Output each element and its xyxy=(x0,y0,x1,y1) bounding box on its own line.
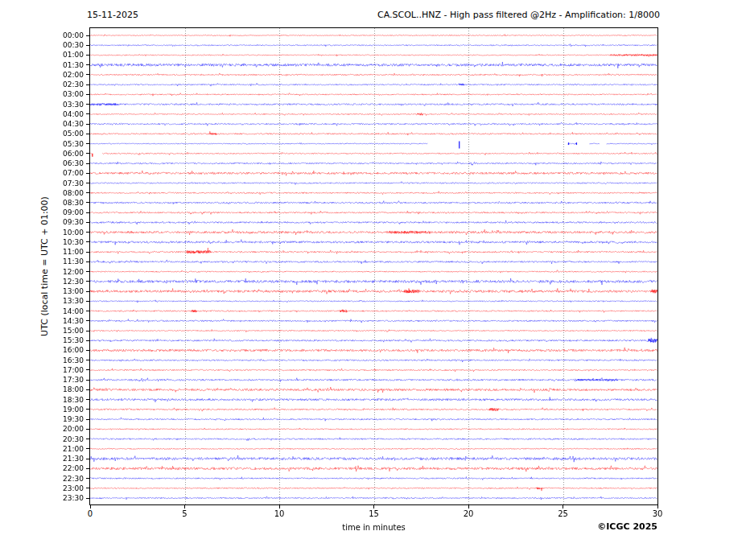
y-tick-label: 09:00 xyxy=(47,208,84,216)
y-tick-label: 17:00 xyxy=(47,366,84,374)
y-tick-label: 16:00 xyxy=(47,346,84,354)
y-tick-label: 16:30 xyxy=(47,356,84,364)
y-tick-mark xyxy=(86,459,89,459)
y-tick-label: 20:30 xyxy=(47,435,84,443)
y-tick-mark xyxy=(86,222,89,223)
y-tick-mark xyxy=(86,261,89,262)
y-tick-mark xyxy=(86,252,89,253)
x-tick-label: 0 xyxy=(74,509,106,519)
y-tick-mark xyxy=(86,409,89,410)
y-tick-label: 22:30 xyxy=(47,475,84,483)
y-tick-label: 14:00 xyxy=(47,307,84,315)
plot-area xyxy=(89,27,658,505)
y-tick-label: 21:00 xyxy=(47,445,84,453)
plot-date-title: 15-11-2025 xyxy=(87,10,138,20)
y-tick-mark xyxy=(86,291,89,292)
y-tick-label: 15:00 xyxy=(47,327,84,335)
x-tick-mark xyxy=(468,505,469,509)
y-tick-mark xyxy=(86,163,89,164)
y-tick-label: 08:00 xyxy=(47,189,84,197)
x-tick-mark xyxy=(373,505,374,509)
y-tick-label: 13:30 xyxy=(47,297,84,305)
y-tick-mark xyxy=(86,488,89,488)
x-tick-label: 20 xyxy=(452,509,484,519)
y-tick-label: 02:00 xyxy=(47,71,84,79)
y-tick-mark xyxy=(86,468,89,469)
y-tick-label: 23:30 xyxy=(47,494,84,502)
y-tick-label: 11:00 xyxy=(47,248,84,256)
y-tick-mark xyxy=(86,173,89,174)
y-tick-label: 15:30 xyxy=(47,336,84,344)
seismogram-page: { "header": { "date": "15-11-2025", "tit… xyxy=(0,0,746,560)
x-axis-label: time in minutes xyxy=(90,523,657,532)
y-tick-mark xyxy=(86,134,89,134)
y-tick-mark xyxy=(86,232,89,233)
y-tick-label: 03:00 xyxy=(47,90,84,98)
y-tick-label: 08:30 xyxy=(47,199,84,207)
x-tick-mark xyxy=(90,505,91,509)
y-tick-label: 17:30 xyxy=(47,376,84,384)
y-tick-mark xyxy=(86,311,89,311)
x-tick-mark xyxy=(563,505,563,509)
y-tick-mark xyxy=(86,124,89,125)
y-tick-mark xyxy=(86,429,89,430)
y-tick-label: 12:30 xyxy=(47,278,84,286)
y-tick-mark xyxy=(86,478,89,479)
y-tick-label: 07:30 xyxy=(47,179,84,187)
y-tick-mark xyxy=(86,104,89,105)
x-tick-label: 25 xyxy=(547,509,579,519)
y-tick-mark xyxy=(86,35,89,36)
x-tick-label: 10 xyxy=(263,509,295,519)
y-tick-label: 19:30 xyxy=(47,415,84,423)
y-tick-mark xyxy=(86,153,89,154)
y-tick-mark xyxy=(86,448,89,449)
y-tick-mark xyxy=(86,498,89,499)
y-tick-mark xyxy=(86,74,89,75)
y-tick-mark xyxy=(86,202,89,203)
y-tick-mark xyxy=(86,380,89,381)
x-tick-mark xyxy=(279,505,280,509)
y-tick-label: 05:30 xyxy=(47,140,84,148)
y-tick-label: 06:30 xyxy=(47,159,84,167)
y-tick-label: 00:30 xyxy=(47,41,84,49)
y-tick-label: 19:00 xyxy=(47,406,84,414)
y-tick-label: 04:00 xyxy=(47,110,84,118)
y-tick-mark xyxy=(86,212,89,213)
plot-main-title: CA.SCOL..HNZ - High pass filtered @2Hz -… xyxy=(377,10,660,20)
y-tick-mark xyxy=(86,340,89,341)
y-tick-mark xyxy=(86,369,89,370)
y-tick-mark xyxy=(86,350,89,351)
y-tick-label: 05:00 xyxy=(47,130,84,138)
x-tick-label: 30 xyxy=(641,509,674,519)
y-tick-label: 23:00 xyxy=(47,484,84,492)
seismogram-trace-canvas xyxy=(90,28,657,504)
copyright-credit: ©ICGC 2025 xyxy=(597,521,657,532)
y-tick-label: 20:00 xyxy=(47,425,84,433)
y-tick-mark xyxy=(86,113,89,114)
y-tick-label: 13:00 xyxy=(47,287,84,295)
x-tick-label: 15 xyxy=(358,509,390,519)
x-tick-mark xyxy=(184,505,185,509)
y-tick-label: 21:30 xyxy=(47,455,84,463)
y-tick-mark xyxy=(86,419,89,420)
y-tick-label: 18:30 xyxy=(47,396,84,404)
y-tick-label: 04:30 xyxy=(47,120,84,128)
y-tick-mark xyxy=(86,301,89,302)
y-tick-label: 22:00 xyxy=(47,464,84,472)
y-tick-mark xyxy=(86,271,89,272)
y-tick-label: 03:30 xyxy=(47,101,84,109)
y-tick-mark xyxy=(86,389,89,390)
y-tick-mark xyxy=(86,45,89,46)
y-tick-mark xyxy=(86,55,89,56)
y-tick-mark xyxy=(86,94,89,95)
y-tick-mark xyxy=(86,84,89,85)
x-tick-label: 5 xyxy=(169,509,201,519)
y-tick-mark xyxy=(86,439,89,439)
y-tick-label: 00:00 xyxy=(47,31,84,39)
y-tick-label: 18:00 xyxy=(47,385,84,393)
y-tick-mark xyxy=(86,64,89,65)
y-tick-mark xyxy=(86,331,89,331)
y-tick-label: 12:00 xyxy=(47,268,84,276)
y-tick-mark xyxy=(86,241,89,242)
y-tick-mark xyxy=(86,320,89,321)
